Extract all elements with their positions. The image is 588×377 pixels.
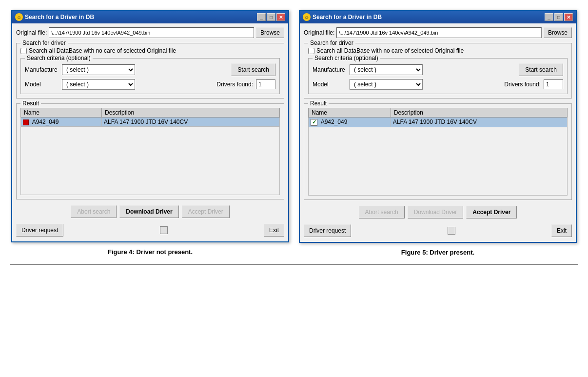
title-text-fig4: Search for a Driver in DB: [25, 14, 94, 20]
col-name-header-fig4: Name: [21, 108, 102, 118]
drivers-found-label-fig5: Drivers found:: [504, 81, 541, 88]
drivers-found-input-fig4[interactable]: [256, 79, 275, 89]
bottom-buttons-fig4: Abort search Download Driver Accept Driv…: [16, 205, 284, 218]
titlebar-fig5: ☺ Search for a Driver in DB _ □ ✕: [300, 11, 576, 23]
close-btn-fig5[interactable]: ✕: [564, 13, 573, 21]
file-row-fig5: Original file: Browse: [304, 27, 572, 38]
search-driver-label-fig4: Search for driver: [20, 40, 68, 46]
close-btn-fig4[interactable]: ✕: [276, 13, 285, 21]
result-group-fig4: Result Name Description: [16, 103, 284, 199]
model-row-fig5: Model ( select ) Drivers found:: [313, 79, 563, 90]
model-label-fig5: Model: [313, 81, 347, 88]
table-row-fig5[interactable]: ✓ A942_049 ALFA 147 1900 JTD 16V 140CV: [309, 118, 568, 127]
titlebar-fig4: ☺ Search for a Driver in DB _ □ ✕: [12, 11, 288, 23]
manufacture-select-fig4[interactable]: ( select ): [62, 64, 135, 75]
checkbox-text-fig5: Search all DataBase with no care of sele…: [316, 47, 464, 54]
empty-row-fig4: [21, 127, 280, 195]
result-table-fig4: Name Description A942_049 ALFA 147 1900 …: [20, 108, 280, 195]
col-desc-header-fig4: Description: [102, 108, 280, 118]
titlebar-left-fig5: ☺ Search for a Driver in DB: [303, 13, 382, 21]
file-row-fig4: Original file: Browse: [16, 27, 284, 38]
result-group-fig5: Result Name Description ✓: [304, 103, 572, 200]
manufacture-select-fig5[interactable]: ( select ): [350, 64, 423, 75]
maximize-btn-fig4[interactable]: □: [267, 13, 275, 21]
model-select-fig4[interactable]: ( select ): [62, 79, 135, 90]
footer-row-fig4: Driver request Exit: [16, 223, 284, 238]
all-db-checkbox-fig4[interactable]: [20, 48, 27, 54]
accept-btn-fig5[interactable]: Accept Driver: [466, 206, 517, 218]
file-input-fig4[interactable]: [49, 27, 254, 38]
manufacture-label-fig4: Manufacture: [25, 66, 59, 73]
window-content-fig5: Original file: Browse Search for driver …: [300, 23, 576, 242]
search-driver-group-fig4: Search for driver Search all DataBase wi…: [16, 43, 284, 99]
footer-indicator-fig5: [448, 227, 455, 235]
window-content-fig4: Original file: Browse Search for driver …: [12, 23, 288, 241]
drivers-found-label-fig4: Drivers found:: [216, 81, 253, 88]
checkbox-row-fig5: Search all DataBase with no care of sele…: [308, 47, 568, 54]
col-name-header-fig5: Name: [309, 108, 391, 118]
titlebar-controls-fig4: _ □ ✕: [257, 13, 285, 21]
checkbox-text-fig4: Search all DataBase with no care of sele…: [29, 47, 176, 54]
manufacture-row-fig4: Manufacture ( select ) Start search: [25, 63, 275, 76]
figure-5-block: ☺ Search for a Driver in DB _ □ ✕ Origin…: [299, 10, 577, 256]
drivers-found-row-fig5: Drivers found:: [504, 79, 563, 89]
exit-btn-fig5[interactable]: Exit: [551, 224, 572, 237]
start-search-btn-fig5[interactable]: Start search: [519, 63, 563, 76]
footer-indicator-fig4: [160, 226, 168, 234]
criteria-label-fig5: Search criteria (optional): [313, 55, 380, 61]
file-label-fig4: Original file:: [16, 29, 47, 36]
criteria-group-fig5: Search criteria (optional) Manufacture (…: [308, 58, 568, 94]
exit-btn-fig4[interactable]: Exit: [264, 224, 284, 237]
drivers-found-input-fig5[interactable]: [544, 79, 563, 89]
browse-btn-fig4[interactable]: Browse: [256, 27, 284, 38]
model-select-fig5[interactable]: ( select ): [350, 79, 423, 90]
table-row-fig4[interactable]: A942_049 ALFA 147 1900 JTD 16V 140CV: [21, 118, 280, 127]
status-icon-red-fig4: [23, 119, 29, 125]
bottom-buttons-fig5: Abort search Download Driver Accept Driv…: [304, 206, 572, 218]
row-name-text-fig4: A942_049: [32, 119, 59, 125]
driver-request-btn-fig4[interactable]: Driver request: [16, 224, 63, 237]
fig4-caption: Figure 4: Driver not present.: [108, 248, 193, 256]
manufacture-row-fig5: Manufacture ( select ) Start search: [313, 63, 563, 76]
col-desc-header-fig5: Description: [391, 108, 567, 118]
row-name-text-fig5: A942_049: [321, 119, 348, 125]
bottom-divider: [10, 264, 578, 265]
result-table-fig5: Name Description ✓ A942_049 ALFA 147 190…: [308, 108, 568, 196]
browse-btn-fig5[interactable]: Browse: [544, 27, 572, 38]
minimize-btn-fig4[interactable]: _: [257, 13, 266, 21]
checkbox-row-fig4: Search all DataBase with no care of sele…: [20, 47, 280, 54]
row-desc-cell-fig4: ALFA 147 1900 JTD 16V 140CV: [102, 118, 280, 127]
all-db-checkbox-fig5[interactable]: [308, 48, 314, 54]
figure-4-block: ☺ Search for a Driver in DB _ □ ✕ Origin…: [11, 10, 289, 256]
row-name-cell-fig5: ✓ A942_049: [309, 118, 391, 127]
titlebar-left-fig4: ☺ Search for a Driver in DB: [15, 13, 94, 21]
download-btn-fig4[interactable]: Download Driver: [119, 205, 178, 218]
minimize-btn-fig5[interactable]: _: [545, 13, 553, 21]
title-icon-fig5: ☺: [303, 13, 311, 21]
drivers-found-row-fig4: Drivers found:: [216, 79, 275, 89]
model-row-fig4: Model ( select ) Drivers found:: [25, 79, 275, 90]
status-icon-green-fig5: ✓: [311, 119, 317, 126]
model-label-fig4: Model: [25, 81, 59, 88]
criteria-group-fig4: Search criteria (optional) Manufacture (…: [20, 58, 280, 94]
criteria-label-fig4: Search criteria (optional): [25, 55, 93, 61]
search-driver-group-fig5: Search for driver Search all DataBase wi…: [304, 43, 572, 99]
row-desc-cell-fig5: ALFA 147 1900 JTD 16V 140CV: [391, 118, 567, 127]
window-fig5: ☺ Search for a Driver in DB _ □ ✕ Origin…: [299, 10, 577, 243]
abort-btn-fig5[interactable]: Abort search: [359, 206, 405, 218]
driver-request-btn-fig5[interactable]: Driver request: [304, 224, 351, 237]
download-btn-fig5[interactable]: Download Driver: [408, 206, 464, 218]
abort-btn-fig4[interactable]: Abort search: [71, 205, 117, 218]
result-label-fig4: Result: [20, 100, 41, 107]
titlebar-controls-fig5: _ □ ✕: [545, 13, 573, 21]
accept-btn-fig4[interactable]: Accept Driver: [182, 205, 230, 218]
empty-row-fig5: [309, 127, 568, 195]
maximize-btn-fig5[interactable]: □: [554, 13, 563, 21]
title-icon-fig4: ☺: [15, 13, 23, 21]
fig5-caption: Figure 5: Driver present.: [401, 249, 474, 256]
start-search-btn-fig4[interactable]: Start search: [231, 63, 275, 76]
result-label-fig5: Result: [308, 100, 329, 107]
manufacture-label-fig5: Manufacture: [313, 66, 347, 73]
file-input-fig5[interactable]: [336, 27, 542, 38]
title-text-fig5: Search for a Driver in DB: [313, 14, 382, 20]
